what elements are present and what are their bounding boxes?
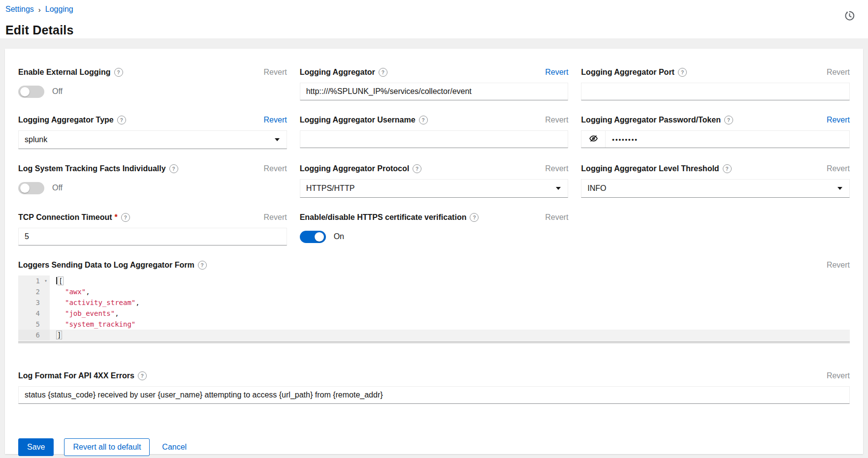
revert-button[interactable]: Revert	[827, 261, 850, 270]
help-icon[interactable]: ?	[419, 116, 428, 124]
logging-aggregator-input[interactable]	[300, 83, 569, 100]
history-button[interactable]	[843, 9, 856, 24]
help-icon[interactable]: ?	[169, 164, 178, 173]
revert-button[interactable]: Revert	[264, 68, 287, 77]
field-logging-aggregator-type: Logging Aggregator Type ? Revert splunk	[18, 115, 287, 149]
editor-line: 2 "awx",	[18, 286, 850, 297]
editor-line: 3 "activity_stream",	[18, 297, 850, 308]
save-button[interactable]: Save	[18, 438, 54, 456]
field-label-text: Logging Aggregator Port	[581, 68, 675, 77]
logging-aggregator-type-select[interactable]: splunk	[18, 130, 287, 149]
page-title: Edit Details	[5, 23, 74, 37]
help-icon[interactable]: ?	[724, 116, 733, 124]
revert-button[interactable]: Revert	[827, 164, 850, 173]
loggers-form-code-editor[interactable]: 1▾ [ 2 "awx", 3 "activity_stream", 4 "jo…	[18, 275, 850, 343]
logging-aggregator-username-input[interactable]	[300, 130, 569, 148]
field-label: Logging Aggregator Port ?	[581, 68, 687, 77]
field-label: Logging Aggregator ?	[300, 68, 387, 77]
field-label-text: TCP Connection Timeout	[18, 213, 112, 222]
breadcrumb-settings-link[interactable]: Settings	[5, 5, 34, 14]
revert-button[interactable]: Revert	[545, 68, 568, 77]
revert-button[interactable]: Revert	[264, 213, 287, 222]
breadcrumb: Settings › Logging	[5, 5, 73, 14]
toggle-knob	[315, 232, 324, 242]
comma: ,	[115, 309, 119, 317]
field-label-text: Loggers Sending Data to Log Aggregator F…	[18, 261, 194, 270]
field-label: Loggers Sending Data to Log Aggregator F…	[18, 261, 207, 270]
help-icon[interactable]: ?	[470, 213, 479, 222]
field-label: Log System Tracking Facts Individually ?	[18, 164, 178, 173]
select-value: splunk	[25, 135, 47, 144]
field-label: Logging Aggregator Username ?	[300, 116, 428, 124]
page-header: Settings › Logging Edit Details	[0, 0, 868, 38]
help-icon[interactable]: ?	[114, 68, 123, 77]
revert-button[interactable]: Revert	[827, 371, 850, 380]
breadcrumb-logging-link[interactable]: Logging	[45, 5, 73, 14]
form-actions: Save Revert all to default Cancel	[18, 438, 850, 456]
field-log-format-4xx: Log Format For API 4XX Errors ? Revert	[18, 371, 850, 404]
toggle-password-visibility-button[interactable]	[581, 131, 606, 148]
field-label: Logging Aggregator Password/Token ?	[581, 116, 733, 124]
revert-button[interactable]: Revert	[264, 116, 287, 124]
toggle-knob	[20, 87, 30, 96]
chevron-down-icon	[556, 187, 561, 190]
comma: ,	[86, 288, 90, 296]
help-icon[interactable]: ?	[198, 261, 207, 270]
help-icon[interactable]: ?	[121, 213, 130, 222]
revert-button[interactable]: Revert	[264, 164, 287, 173]
revert-button[interactable]: Revert	[545, 164, 568, 173]
field-label-text: Logging Aggregator Level Threshold	[581, 164, 719, 173]
line-number: 5	[18, 319, 50, 330]
field-label-text: Logging Aggregator Type	[18, 116, 114, 124]
settings-edit-card: Enable External Logging ? Revert Off Log…	[5, 49, 863, 454]
field-label: Logging Aggregator Level Threshold ?	[581, 164, 731, 173]
field-tcp-connection-timeout: TCP Connection Timeout * ? Revert	[18, 213, 287, 245]
required-asterisk: *	[115, 213, 118, 222]
enable-external-logging-toggle[interactable]	[18, 86, 44, 98]
log-system-tracking-toggle[interactable]	[18, 182, 44, 194]
line-number: 3	[18, 297, 50, 308]
line-number: 1▾	[18, 275, 50, 286]
field-label-text: Log Format For API 4XX Errors	[18, 371, 134, 380]
toggle-state-label: Off	[52, 87, 63, 96]
help-icon[interactable]: ?	[138, 371, 147, 380]
field-label: Enable External Logging ?	[18, 68, 123, 77]
help-icon[interactable]: ?	[678, 68, 687, 77]
field-label: Logging Aggregator Type ?	[18, 116, 126, 124]
masked-password-value[interactable]: ••••••••	[606, 131, 638, 148]
revert-button[interactable]: Revert	[827, 116, 850, 124]
json-string: "activity_stream"	[56, 299, 135, 306]
toggle-knob	[20, 183, 30, 193]
fold-chevron-icon[interactable]: ▾	[44, 275, 47, 286]
select-value: HTTPS/HTTP	[306, 184, 355, 193]
cancel-button[interactable]: Cancel	[160, 438, 189, 456]
log-format-4xx-input[interactable]	[18, 386, 850, 404]
help-icon[interactable]: ?	[413, 164, 421, 173]
bracket-open: [	[58, 276, 64, 285]
json-string: "job_events"	[56, 309, 115, 317]
logging-aggregator-port-input[interactable]	[581, 83, 850, 100]
revert-button[interactable]: Revert	[827, 68, 850, 77]
revert-button[interactable]: Revert	[545, 116, 568, 124]
revert-button[interactable]: Revert	[545, 213, 568, 222]
json-string: "system_tracking"	[56, 320, 135, 328]
field-label-text: Logging Aggregator Username	[300, 116, 416, 124]
logging-aggregator-level-select[interactable]: INFO	[581, 179, 850, 198]
bracket-close: ]	[56, 331, 62, 339]
help-icon[interactable]: ?	[379, 68, 387, 77]
https-cert-verification-toggle[interactable]	[300, 231, 326, 243]
select-value: INFO	[587, 184, 606, 193]
revert-all-to-default-button[interactable]: Revert all to default	[64, 438, 150, 456]
help-icon[interactable]: ?	[117, 116, 126, 124]
field-loggers-form: Loggers Sending Data to Log Aggregator F…	[18, 260, 850, 343]
editor-line: 5 "system_tracking"	[18, 319, 850, 330]
help-icon[interactable]: ?	[723, 164, 732, 173]
logging-aggregator-protocol-select[interactable]: HTTPS/HTTP	[300, 179, 569, 198]
tcp-connection-timeout-input[interactable]	[18, 228, 287, 245]
editor-horizontal-scrollbar[interactable]	[18, 341, 850, 343]
chevron-down-icon	[837, 187, 842, 190]
editor-line: 1▾ [	[18, 275, 850, 286]
toggle-state-label: On	[334, 232, 344, 241]
text-cursor	[56, 277, 57, 284]
breadcrumb-separator: ›	[38, 5, 41, 14]
